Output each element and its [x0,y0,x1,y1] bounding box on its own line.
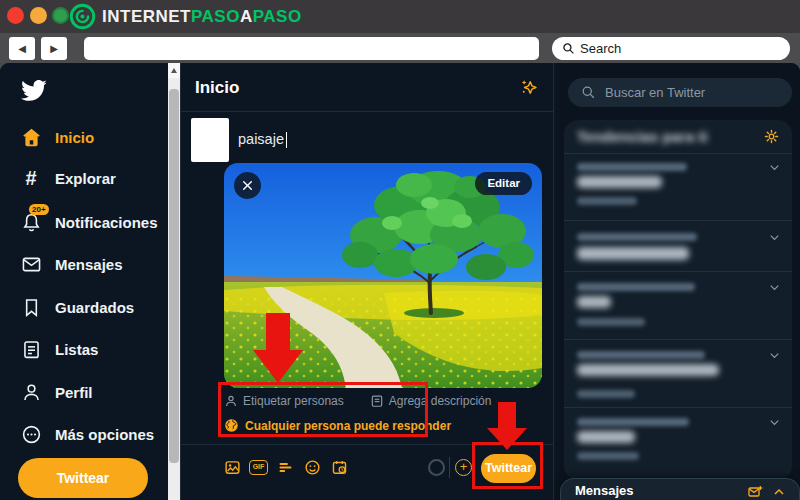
person-icon [20,381,42,403]
avatar[interactable] [191,118,229,162]
trend-separator [564,339,792,340]
trend-category-blurred [577,283,695,291]
scroll-up-arrow-icon [171,68,177,73]
gif-icon[interactable]: GIF [249,460,268,475]
trends-title-blurred: Tendencias para ti [577,128,708,145]
trend-category-blurred [577,233,697,241]
trend-separator [564,153,792,154]
text-cursor [286,132,287,148]
browser-search-box[interactable]: Search [552,37,790,60]
chevron-down-icon[interactable] [767,230,782,245]
trend-name-blurred [577,364,719,376]
trend-category-blurred [577,351,705,359]
sidebar-item-label: Inicio [55,129,94,146]
notification-badge: 20+ [29,204,49,215]
more-circle-icon [20,423,42,445]
chevron-down-icon[interactable] [767,280,782,295]
vertical-scrollbar[interactable] [168,63,180,500]
sidebar-item-notificaciones[interactable]: 20+ Notificaciones [0,207,168,237]
toolbar-divider [449,457,450,478]
browser-titlebar: INTERNETPASOAPASO [0,0,800,33]
address-bar[interactable] [84,37,539,60]
trend-name-blurred [577,176,662,188]
character-progress-ring [428,459,445,476]
annotation-rect-tweet [472,442,543,489]
sidebar-item-perfil[interactable]: Perfil [0,377,168,407]
search-icon [581,85,596,100]
bookmark-icon [20,296,42,318]
scroll-up-button[interactable] [168,63,180,78]
timeline-header: Inicio [181,63,553,112]
sidebar-item-label: Notificaciones [55,214,158,231]
gear-icon[interactable] [763,128,780,145]
home-icon [20,126,42,148]
trend-category-blurred [577,163,687,171]
list-icon [20,338,42,360]
trend-name-blurred [577,431,635,443]
twitter-search-placeholder: Buscar en Twitter [605,85,705,100]
edit-photo-button[interactable]: Editar [475,172,532,195]
back-button[interactable]: ◀ [9,37,35,60]
forward-button[interactable]: ▶ [41,37,67,60]
annotation-arrowhead-options [253,350,303,383]
top-tweets-sparkle-icon[interactable] [518,77,539,98]
annotation-arrow-tweet [498,402,516,429]
trend-separator [564,271,792,272]
trend-count-blurred [577,197,637,205]
photo-icon[interactable] [224,459,241,476]
search-icon [562,42,575,55]
brand-wordmark: INTERNETPASOAPASO [102,0,302,33]
emoji-icon[interactable] [304,459,321,476]
remove-photo-button[interactable] [234,172,261,199]
chevron-down-icon[interactable] [767,348,782,363]
compose-text[interactable]: paisaje [238,131,287,148]
twitter-search-box[interactable]: Buscar en Twitter [568,78,792,107]
chevron-up-icon[interactable] [771,484,787,500]
chevron-down-icon[interactable] [767,160,782,175]
maximize-window-button[interactable] [52,7,69,24]
sidebar-item-label: Mensajes [55,256,123,273]
envelope-icon [20,253,42,275]
sidebar-item-inicio[interactable]: Inicio [0,122,168,152]
chevron-down-icon[interactable] [767,415,782,430]
trend-separator [564,407,792,408]
sidebar-item-label: Perfil [55,384,93,401]
sidebar-item-label: Más opciones [55,426,154,443]
sidebar-item-mas-opciones[interactable]: Más opciones [0,419,168,449]
sidebar-tweet-button[interactable]: Twittear [18,458,148,498]
browser-navbar: ◀ ▶ Search [0,33,800,63]
trend-count-blurred [577,452,639,460]
new-message-icon[interactable] [747,484,763,500]
hashtag-icon: # [20,167,42,189]
messages-drawer[interactable]: Mensajes [560,478,800,500]
left-sidebar: Inicio # Explorar 20+ Notificaciones Men… [0,63,168,500]
messages-label: Mensajes [575,483,634,498]
schedule-icon[interactable] [331,459,348,476]
trend-category-blurred [577,418,689,426]
close-window-button[interactable] [7,7,24,24]
sidebar-item-label: Explorar [55,170,116,187]
close-icon [241,179,254,192]
browser-search-placeholder: Search [580,41,621,56]
sidebar-item-label: Guardados [55,299,134,316]
trends-panel: Tendencias para ti [564,120,792,480]
trend-name-blurred [577,296,611,308]
add-tweet-button[interactable]: + [455,459,472,476]
scrollbar-thumb[interactable] [169,89,179,463]
minimize-window-button[interactable] [30,7,47,24]
bell-icon: 20+ [20,211,42,233]
trend-name-blurred [577,247,689,260]
twitter-logo-icon[interactable] [20,77,47,104]
trend-count-blurred [577,318,645,326]
sidebar-item-mensajes[interactable]: Mensajes [0,249,168,279]
annotation-rect-options [218,382,428,437]
internetpasoapaso-logo-icon [69,3,96,30]
sidebar-item-guardados[interactable]: Guardados [0,292,168,322]
right-sidebar: Buscar en Twitter Tendencias para ti [556,63,800,500]
browser-window: INTERNETPASOAPASO ◀ ▶ Search Inicio # Ex… [0,0,800,500]
sidebar-item-explorar[interactable]: # Explorar [0,163,168,193]
trend-count-blurred [577,390,635,398]
sidebar-item-listas[interactable]: Listas [0,334,168,364]
poll-icon[interactable] [277,459,294,476]
trend-separator [564,220,792,221]
